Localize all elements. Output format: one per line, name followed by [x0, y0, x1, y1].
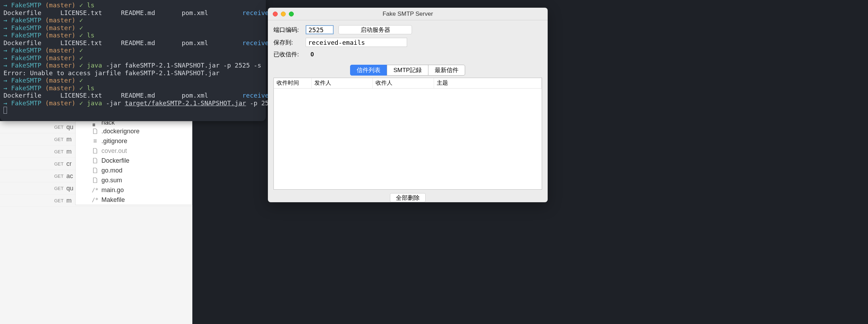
save-label: 保存到: — [273, 38, 301, 47]
tree-item[interactable]: ▖hack — [76, 121, 192, 126]
check-icon: ✓ — [79, 47, 83, 54]
tree-item[interactable]: go.mod — [76, 165, 192, 175]
tree-item[interactable]: go.sum — [76, 175, 192, 185]
tree-item[interactable]: /*main.go — [76, 185, 192, 195]
code-comment-icon: /* — [92, 197, 98, 203]
tree-item[interactable]: cover.out — [76, 146, 192, 156]
file-icon — [92, 128, 98, 134]
check-icon: ✓ — [79, 77, 83, 84]
check-icon: ✓ — [79, 84, 83, 92]
file-tree: ▖hack .dockerignore ≡.gitignore cover.ou… — [75, 121, 192, 205]
file-name: Makefile — [101, 196, 125, 204]
check-icon: ✓ — [79, 54, 83, 62]
tree-item[interactable]: /*Makefile — [76, 195, 192, 205]
file-name: .gitignore — [101, 138, 127, 145]
file-name: main.go — [101, 186, 124, 194]
tab-mail-list[interactable]: 信件列表 — [350, 65, 387, 76]
command: ls — [87, 31, 94, 39]
check-icon: ✓ — [79, 99, 83, 107]
column-to[interactable]: 收件人 — [373, 78, 434, 88]
mail-table: 收件时间 发件人 收件人 主题 — [273, 78, 542, 190]
http-method: GET — [54, 161, 64, 167]
delete-all-button[interactable]: 全部删除 — [390, 193, 426, 202]
file-name: Dockerfile — [101, 157, 129, 164]
check-icon: ✓ — [79, 16, 83, 24]
count-label: 已收信件: — [273, 50, 301, 58]
file-name: cover.out — [101, 147, 127, 155]
file-icon — [92, 148, 98, 154]
save-path-input[interactable] — [306, 38, 407, 47]
file-name: go.sum — [101, 177, 122, 184]
tree-item[interactable]: .dockerignore — [76, 126, 192, 136]
tree-item[interactable]: ≡.gitignore — [76, 136, 192, 146]
titlebar[interactable]: Fake SMTP Server — [268, 8, 548, 20]
command: java — [87, 99, 102, 107]
port-label: 端口编码: — [273, 26, 301, 34]
cursor-icon — [3, 107, 7, 114]
start-server-button[interactable]: 启动服务器 — [339, 25, 412, 34]
folder-icon: ▖ — [92, 121, 98, 126]
column-received-time[interactable]: 收件时间 — [274, 78, 312, 88]
column-from[interactable]: 发件人 — [312, 78, 373, 88]
file-name: hack — [101, 121, 115, 126]
settings-icon: ≡ — [92, 138, 98, 144]
terminal-window[interactable]: → FakeSMTP (master) ✓ ls Dockerfile LICE… — [0, 0, 266, 121]
tabs: 信件列表 SMTP記録 最新信件 — [273, 65, 542, 76]
command: ls — [87, 84, 94, 92]
smtp-server-window: Fake SMTP Server 端口编码: 启动服务器 保存到: 已收信件: … — [268, 8, 548, 202]
check-icon: ✓ — [79, 62, 83, 69]
file-icon — [92, 177, 98, 183]
http-method: GET — [54, 174, 64, 179]
tree-item[interactable]: Dockerfile — [76, 156, 192, 165]
port-input[interactable] — [306, 25, 334, 34]
http-method: GET — [54, 137, 64, 142]
received-count: 0 — [311, 51, 314, 58]
file-icon — [92, 158, 98, 163]
check-icon: ✓ — [79, 31, 83, 39]
command: ls — [87, 1, 94, 9]
http-method: GET — [54, 149, 64, 154]
file-name: go.mod — [101, 167, 122, 174]
tab-smtp-log[interactable]: SMTP記録 — [387, 65, 428, 76]
repo-name: FakeSMTP — [11, 1, 42, 9]
file-name: .dockerignore — [101, 128, 140, 135]
http-method: GET — [54, 198, 64, 203]
check-icon: ✓ — [79, 1, 83, 9]
table-header: 收件时间 发件人 收件人 主题 — [274, 78, 542, 89]
http-method: GET — [54, 125, 64, 130]
check-icon: ✓ — [79, 24, 83, 31]
tab-latest-mail[interactable]: 最新信件 — [428, 65, 465, 76]
window-title: Fake SMTP Server — [268, 10, 548, 17]
error-output: Error: Unable to access jarfile fakeSMTP… — [3, 69, 220, 77]
command: java — [87, 62, 102, 69]
file-icon — [92, 168, 98, 173]
http-method: GET — [54, 186, 64, 191]
branch-name: (master) — [45, 1, 76, 9]
column-subject[interactable]: 主题 — [434, 78, 542, 88]
code-comment-icon: /* — [92, 187, 98, 193]
